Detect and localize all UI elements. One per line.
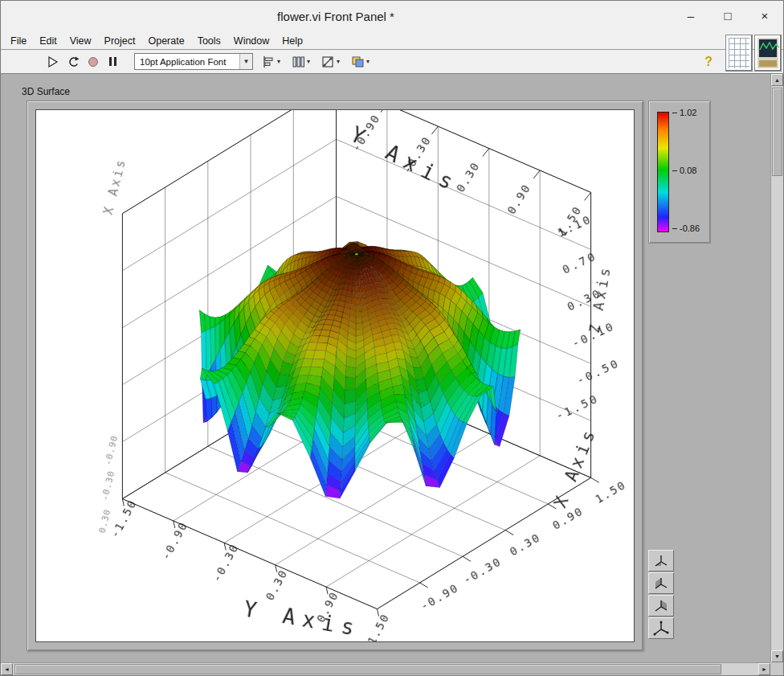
view-xy-plane-button[interactable] (648, 550, 674, 572)
menu-bar: File Edit View Project Operate Tools Win… (1, 33, 783, 50)
distribute-objects-button[interactable]: ▾ (289, 52, 312, 72)
axis-tick-label: -1.50 (554, 391, 602, 423)
color-scale-max: 1.02 (680, 108, 696, 117)
color-scale: 1.02 0.08 -0.86 (648, 100, 711, 244)
surface-plot-area: -1.50-0.90-0.300.300.901.50-0.90-0.300.3… (35, 109, 635, 642)
color-gradient-bar (657, 112, 669, 232)
y-axis-title-bottom: Y Axis (242, 597, 363, 641)
alignment-grid-button[interactable] (725, 35, 753, 72)
menu-operate[interactable]: Operate (141, 34, 190, 48)
font-selector[interactable]: 10pt Application Font ▼ (134, 53, 253, 70)
view-tools-palette (648, 550, 676, 640)
horizontal-scrollbar[interactable]: ◄ ► (1, 662, 770, 675)
scrollbar-corner (770, 662, 783, 675)
view-yz-plane-icon (653, 598, 669, 614)
title-bar: flower.vi Front Panel * – □ × (1, 1, 783, 33)
front-panel: 3D Surface -1.50-0.90-0.300.300.901.50-0… (1, 74, 770, 662)
run-icon (47, 55, 59, 68)
vertical-scroll-thumb[interactable] (772, 88, 782, 176)
chevron-down-icon: ▾ (277, 58, 280, 65)
alignment-grid-icon (729, 38, 749, 68)
color-scale-mid: 0.08 (680, 166, 696, 175)
surface-plot-canvas[interactable]: -1.50-0.90-0.300.300.901.50-0.90-0.300.3… (36, 110, 634, 641)
align-objects-icon (262, 55, 276, 68)
font-selector-value: 10pt Application Font (140, 57, 226, 67)
toolbar: 10pt Application Font ▼ ▾ ▾ (1, 50, 783, 74)
reorder-objects-button[interactable]: ▾ (349, 52, 372, 72)
chevron-down-icon[interactable]: ▼ (239, 54, 252, 69)
axis-tick-label: -0.30 (100, 469, 117, 502)
menu-file[interactable]: File (4, 34, 33, 48)
window-title: flower.vi Front Panel * (1, 1, 671, 33)
axis-tick-label: -0.50 (575, 356, 623, 387)
pause-button[interactable] (103, 52, 123, 72)
menu-tools[interactable]: Tools (191, 34, 227, 48)
axis-tick-label: -1.50 (108, 497, 140, 540)
labview-icon-button[interactable] (754, 35, 782, 72)
tick-mark (672, 113, 677, 113)
window-controls: – □ × (672, 1, 783, 33)
run-continuously-button[interactable] (63, 52, 83, 72)
scroll-down-button[interactable]: ▼ (771, 650, 783, 662)
axis-tick-label: 0.70 (561, 249, 599, 277)
color-scale-mid-row: 0.08 (672, 166, 696, 175)
axis-tick-label: -0.90 (159, 519, 190, 563)
axis-tick-label: -0.30 (210, 541, 242, 584)
run-button[interactable] (43, 52, 63, 72)
view-xz-plane-icon (653, 576, 669, 592)
axis-tick-label: -0.90 (103, 434, 120, 466)
run-continuously-icon (67, 55, 80, 68)
view-3d-projection-button[interactable] (648, 617, 674, 639)
x-axis-title: X Axis (551, 424, 601, 510)
color-scale-min-row: -0.86 (672, 223, 700, 233)
chevron-down-icon: ▾ (366, 58, 370, 65)
axis-tick-label: 0.90 (504, 181, 533, 216)
resize-objects-icon (321, 55, 335, 68)
tick-mark (672, 228, 677, 229)
color-scale-max-row: 1.02 (672, 108, 696, 117)
view-xy-plane-icon (653, 553, 669, 569)
menu-view[interactable]: View (63, 34, 98, 48)
pause-icon (109, 57, 116, 66)
x-axis-title-mirror: X Axis (101, 157, 129, 216)
color-scale-min: -0.86 (680, 223, 700, 233)
close-button[interactable]: × (746, 1, 783, 33)
surface-mesh (199, 242, 521, 498)
labview-window: flower.vi Front Panel * – □ × File Edit … (0, 0, 784, 676)
axis-tick-label: 1.50 (365, 611, 392, 641)
surface-plot-frame: -1.50-0.90-0.300.300.901.50-0.90-0.300.3… (27, 100, 643, 651)
reorder-objects-icon (351, 55, 365, 68)
menu-window[interactable]: Window (227, 34, 276, 48)
maximize-button[interactable]: □ (709, 1, 746, 33)
view-yz-plane-button[interactable] (648, 595, 674, 617)
minimize-button[interactable]: – (672, 1, 709, 33)
labview-instrument-icon (757, 38, 778, 68)
scroll-right-button[interactable]: ► (758, 663, 770, 675)
align-objects-button[interactable]: ▾ (259, 52, 283, 72)
abort-icon (88, 57, 98, 67)
view-3d-projection-icon (653, 621, 669, 637)
view-xz-plane-button[interactable] (648, 572, 674, 594)
axis-tick-label: 0.30 (263, 567, 290, 602)
vertical-scrollbar[interactable]: ▲ ▼ (770, 74, 783, 662)
plot-label: 3D Surface (22, 86, 70, 97)
abort-button[interactable] (83, 52, 103, 72)
help-button[interactable]: ? (704, 55, 713, 69)
y-axis-title-top: Y Axis (346, 122, 463, 198)
chevron-down-icon: ▾ (337, 58, 340, 65)
scroll-up-button[interactable]: ▲ (771, 74, 783, 86)
corner-buttons (725, 35, 782, 72)
menu-help[interactable]: Help (276, 34, 309, 48)
tick-mark (672, 170, 677, 171)
menu-edit[interactable]: Edit (33, 34, 63, 48)
scroll-left-button[interactable]: ◄ (1, 663, 13, 675)
horizontal-scroll-thumb[interactable] (14, 664, 721, 674)
distribute-objects-icon (292, 55, 305, 68)
resize-objects-button[interactable]: ▾ (319, 52, 342, 72)
menu-project[interactable]: Project (98, 34, 142, 48)
chevron-down-icon: ▾ (307, 58, 310, 65)
